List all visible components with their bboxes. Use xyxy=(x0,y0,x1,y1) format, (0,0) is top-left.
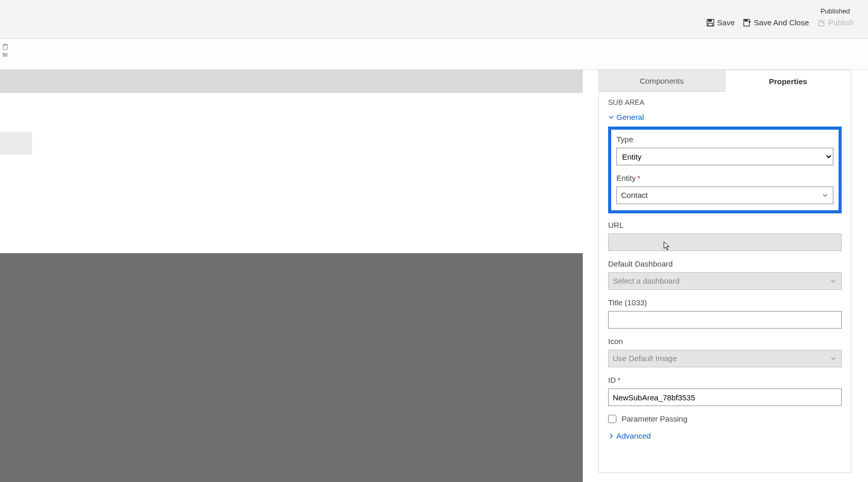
published-status: Published xyxy=(820,7,850,15)
entity-field-group: Entity* Contact xyxy=(616,174,833,204)
parameter-passing-row: Parameter Passing xyxy=(608,414,842,423)
panel-tabs: Components Properties xyxy=(599,70,851,92)
url-input xyxy=(608,234,842,251)
save-button[interactable]: Save xyxy=(706,18,735,27)
svg-rect-2 xyxy=(708,23,712,26)
id-input[interactable] xyxy=(608,388,842,406)
icon-label: Icon xyxy=(608,337,842,346)
trash-icon xyxy=(2,43,9,50)
entity-label: Entity* xyxy=(616,174,833,182)
chevron-down-icon xyxy=(608,114,614,120)
icon-field-group: Icon Use Default Image xyxy=(608,337,842,367)
delete-button-partial[interactable]: te xyxy=(0,43,10,58)
save-label: Save xyxy=(717,18,735,27)
tab-components[interactable]: Components xyxy=(599,70,725,92)
chevron-right-icon xyxy=(608,433,614,439)
default-dashboard-select: Select a dashboard xyxy=(608,272,842,290)
save-close-icon xyxy=(743,19,751,27)
icon-select[interactable]: Use Default Image xyxy=(608,350,842,367)
entity-select[interactable]: Contact xyxy=(616,186,833,204)
type-field-group: Type Entity xyxy=(616,135,833,165)
id-label: ID* xyxy=(608,376,842,384)
canvas-subarea-item[interactable] xyxy=(0,132,32,154)
toolbar: Save Save And Close Publish xyxy=(706,18,854,27)
save-and-close-button[interactable]: Save And Close xyxy=(743,18,809,27)
tab-properties[interactable]: Properties xyxy=(725,70,851,92)
canvas-area xyxy=(0,70,583,482)
title-label: Title (1033) xyxy=(608,298,842,307)
panel-body: SUB AREA General Type Entity Entity* Con… xyxy=(599,92,851,472)
title-field-group: Title (1033) xyxy=(608,298,842,329)
url-field-group: URL xyxy=(608,221,842,251)
advanced-section-label: Advanced xyxy=(616,431,651,440)
advanced-section-toggle[interactable]: Advanced xyxy=(608,431,842,440)
general-section-toggle[interactable]: General xyxy=(608,113,842,121)
type-label: Type xyxy=(616,135,833,144)
delete-label-partial: te xyxy=(3,51,8,58)
publish-button[interactable]: Publish xyxy=(817,18,854,27)
default-dashboard-field-group: Default Dashboard Select a dashboard xyxy=(608,259,842,290)
save-icon xyxy=(706,19,715,27)
parameter-passing-checkbox[interactable] xyxy=(608,415,616,423)
svg-rect-5 xyxy=(3,45,7,50)
general-section-label: General xyxy=(616,113,644,121)
canvas-header-strip xyxy=(0,70,583,93)
top-bar: Published Save Save And Close Publish xyxy=(0,0,868,39)
default-dashboard-label: Default Dashboard xyxy=(608,259,842,268)
canvas-white-region xyxy=(0,93,583,253)
title-input[interactable] xyxy=(608,311,842,329)
id-field-group: ID* xyxy=(608,376,842,406)
highlighted-fields: Type Entity Entity* Contact xyxy=(608,127,842,213)
right-panel: Components Properties SUB AREA General T… xyxy=(598,70,851,473)
publish-icon xyxy=(817,19,826,27)
publish-label: Publish xyxy=(828,18,854,27)
section-title: SUB AREA xyxy=(608,98,842,106)
svg-rect-1 xyxy=(708,19,711,21)
secondary-bar: te xyxy=(0,39,868,70)
parameter-passing-label: Parameter Passing xyxy=(622,414,688,423)
type-select[interactable]: Entity xyxy=(616,148,833,165)
url-label: URL xyxy=(608,221,842,229)
svg-rect-4 xyxy=(745,19,748,21)
save-and-close-label: Save And Close xyxy=(754,18,809,27)
